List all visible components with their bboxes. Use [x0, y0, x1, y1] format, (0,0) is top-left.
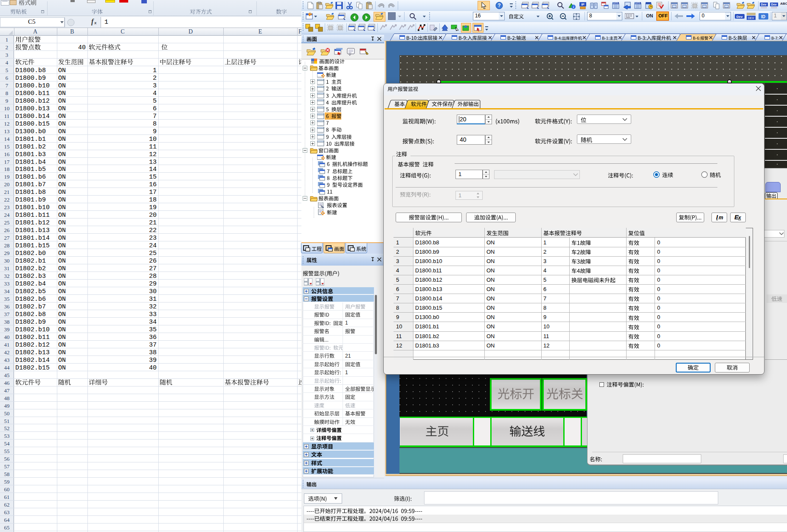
svg-text:ID: ID — [761, 14, 765, 19]
svg-text:?: ? — [497, 3, 500, 8]
svg-text:DATA: DATA — [613, 2, 618, 4]
svg-text:Dev: Dev — [736, 15, 743, 19]
svg-text:Dev: Dev — [761, 3, 767, 6]
svg-text:Dev: Dev — [771, 3, 777, 6]
svg-text:DATA: DATA — [635, 2, 641, 4]
svg-text:DEV: DEV — [748, 17, 754, 20]
svg-text:!: ! — [366, 51, 368, 55]
svg-text:IP: IP — [581, 3, 585, 6]
